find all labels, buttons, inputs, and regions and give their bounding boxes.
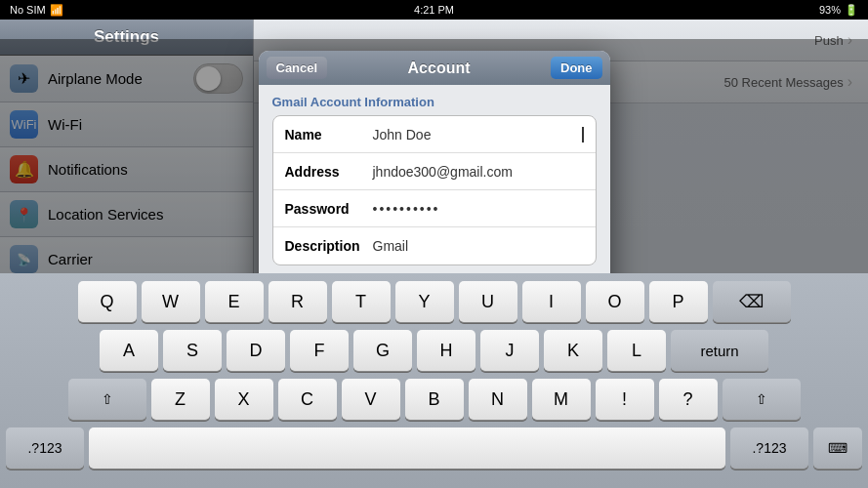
num-left-key[interactable]: .?123 xyxy=(6,427,84,468)
name-label: Name xyxy=(285,127,373,142)
keyboard-row-3: ⇧ Z X C V B N M ! ? ⇧ xyxy=(6,379,862,420)
key-v[interactable]: V xyxy=(342,379,400,420)
address-row: Address jhndoe300@gmail.com xyxy=(273,153,596,190)
status-bar-right: 93% 🔋 xyxy=(819,4,858,17)
description-value[interactable]: Gmail xyxy=(373,238,584,254)
num-right-key[interactable]: .?123 xyxy=(730,427,808,468)
key-q[interactable]: Q xyxy=(78,281,137,322)
key-d[interactable]: D xyxy=(227,330,285,371)
shift-left-key[interactable]: ⇧ xyxy=(68,379,146,420)
battery-label: 93% xyxy=(819,4,841,16)
key-t[interactable]: T xyxy=(332,281,391,322)
key-y[interactable]: Y xyxy=(395,281,454,322)
key-question[interactable]: ? xyxy=(659,379,718,420)
status-bar: No SIM 📶 4:21 PM 93% 🔋 xyxy=(0,0,868,20)
key-s[interactable]: S xyxy=(163,330,222,371)
key-e[interactable]: E xyxy=(205,281,264,322)
key-a[interactable]: A xyxy=(100,330,158,371)
backspace-key[interactable]: ⌫ xyxy=(713,281,791,322)
key-w[interactable]: W xyxy=(142,281,200,322)
key-g[interactable]: G xyxy=(353,330,412,371)
main-area: Settings ✈ Airplane Mode WiFi Wi-Fi 🔔 No… xyxy=(0,20,868,488)
address-value[interactable]: jhndoe300@gmail.com xyxy=(373,164,584,180)
key-exclamation[interactable]: ! xyxy=(596,379,654,420)
key-f[interactable]: F xyxy=(290,330,349,371)
space-key[interactable] xyxy=(89,427,725,468)
description-row: Description Gmail xyxy=(273,227,596,264)
keyboard-row-1: Q W E R T Y U I O P ⌫ xyxy=(6,281,862,322)
password-label: Password xyxy=(285,201,373,217)
done-button[interactable]: Done xyxy=(551,57,602,79)
status-bar-time: 4:21 PM xyxy=(414,4,454,16)
name-row: Name John Doe xyxy=(273,116,596,153)
account-info-section-title: Gmail Account Information xyxy=(272,95,597,109)
key-l[interactable]: L xyxy=(607,330,666,371)
key-r[interactable]: R xyxy=(269,281,327,322)
key-u[interactable]: U xyxy=(459,281,517,322)
shift-right-key[interactable]: ⇧ xyxy=(723,379,801,420)
key-n[interactable]: N xyxy=(469,379,527,420)
key-z[interactable]: Z xyxy=(151,379,210,420)
key-x[interactable]: X xyxy=(215,379,273,420)
keyboard-row-2: A S D F G H J K L return xyxy=(6,330,862,371)
name-value[interactable]: John Doe xyxy=(373,127,584,142)
wifi-icon: 📶 xyxy=(50,4,63,17)
key-b[interactable]: B xyxy=(405,379,464,420)
return-key[interactable]: return xyxy=(671,330,768,371)
status-bar-left: No SIM 📶 xyxy=(10,4,63,17)
keyboard-row-4: .?123 .?123 ⌨ xyxy=(6,427,862,468)
password-row: Password •••••••••• xyxy=(273,190,596,227)
key-j[interactable]: J xyxy=(480,330,539,371)
carrier-label: No SIM xyxy=(10,4,46,16)
key-h[interactable]: H xyxy=(417,330,475,371)
key-i[interactable]: I xyxy=(522,281,581,322)
account-form: Name John Doe Address jhndoe300@gmail.co… xyxy=(272,115,597,265)
password-value[interactable]: •••••••••• xyxy=(373,201,584,217)
cancel-button[interactable]: Cancel xyxy=(267,57,328,79)
key-p[interactable]: P xyxy=(649,281,708,322)
address-label: Address xyxy=(285,164,373,180)
modal-title: Account xyxy=(327,60,551,77)
description-label: Description xyxy=(285,238,373,254)
key-m[interactable]: M xyxy=(532,379,591,420)
key-c[interactable]: C xyxy=(278,379,337,420)
keyboard: Q W E R T Y U I O P ⌫ A S D F G H J K L … xyxy=(0,273,868,488)
key-o[interactable]: O xyxy=(586,281,644,322)
key-k[interactable]: K xyxy=(544,330,602,371)
modal-titlebar: Cancel Account Done xyxy=(259,51,610,85)
battery-icon: 🔋 xyxy=(845,4,858,17)
keyboard-dismiss-key[interactable]: ⌨ xyxy=(813,427,862,468)
